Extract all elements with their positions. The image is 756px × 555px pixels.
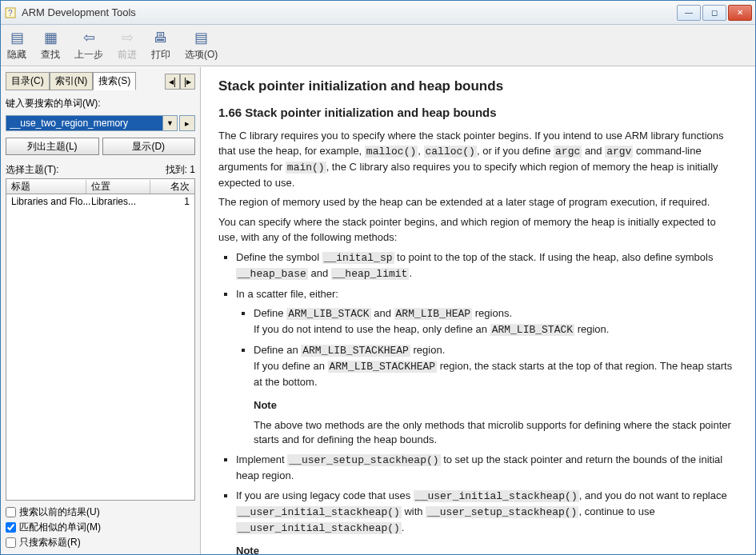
row-location: Libraries... (91, 196, 155, 207)
search-options: 搜索以前的结果(U) 匹配相似的单词(M) 只搜索标题(R) (6, 505, 195, 549)
back-button[interactable]: ⇦ 上一步 (74, 29, 103, 62)
check-prev-results[interactable]: 搜索以前的结果(U) (6, 505, 195, 519)
methods-list: Define the symbol __inital_sp to point t… (236, 250, 738, 554)
find-button[interactable]: ▦ 查找 (41, 29, 60, 62)
list-item[interactable]: Libraries and Flo... Libraries... 1 (6, 194, 194, 209)
code-heap-limit: __heap_limit (331, 268, 410, 280)
sidebar-tabs: 目录(C) 索引(N) 搜索(S) ◂| |▸ (6, 72, 195, 90)
svg-text:?: ? (8, 9, 13, 18)
check-titles-input[interactable] (6, 537, 16, 548)
tab-scroll-right[interactable]: |▸ (180, 74, 195, 90)
note-heading: Note (236, 544, 738, 554)
methods-intro-paragraph: You can specify where the stack pointer … (218, 215, 738, 246)
sidebar: 目录(C) 索引(N) 搜索(S) ◂| |▸ 键入要搜索的单词(W): ▼ ▸… (1, 67, 201, 554)
code-user-setup-stackheap: __user_setup_stackheap() (287, 454, 440, 466)
code-argv: argv (605, 146, 633, 158)
titlebar: ? ARM Development Tools — ◻ ✕ (1, 1, 755, 25)
list-item: If you are using legacy code that uses _… (236, 489, 738, 554)
list-topics-button[interactable]: 列出主题(L) (6, 138, 99, 155)
results-list[interactable]: Libraries and Flo... Libraries... 1 (6, 194, 195, 501)
code-user-initial-stackheap: __user_initial_stackheap() (414, 490, 579, 502)
section-heading: 1.66 Stack pointer initialization and he… (218, 106, 738, 119)
search-dropdown-button[interactable]: ▼ (163, 115, 178, 131)
list-item: Define an ARM_LIB_STACKHEAP region. If y… (254, 343, 738, 448)
row-title: Libraries and Flo... (11, 196, 91, 207)
code-malloc: malloc() (365, 146, 418, 158)
body: 目录(C) 索引(N) 搜索(S) ◂| |▸ 键入要搜索的单词(W): ▼ ▸… (1, 66, 755, 554)
hide-icon: ▤ (8, 29, 26, 46)
page-title: Stack pointer initialization and heap bo… (218, 78, 738, 94)
maximize-button[interactable]: ◻ (702, 5, 726, 21)
select-topic-label: 选择主题(T): (6, 163, 59, 177)
window-controls: — ◻ ✕ (677, 5, 752, 21)
tab-search[interactable]: 搜索(S) (93, 72, 136, 90)
tab-index[interactable]: 索引(N) (50, 72, 94, 90)
code-argc: argc (554, 146, 582, 158)
code-heap-base: __heap_base (236, 268, 308, 280)
row-rank: 1 (155, 196, 190, 207)
find-label: 查找 (41, 48, 60, 62)
list-item: Define ARM_LIB_STACK and ARM_LIB_HEAP re… (254, 306, 738, 338)
code-arm-lib-stack-2: ARM_LIB_STACK (490, 324, 574, 336)
search-label: 键入要搜索的单词(W): (6, 97, 195, 110)
print-label: 打印 (151, 48, 170, 62)
check-prev-input[interactable] (6, 507, 16, 517)
forward-button[interactable]: ⇨ 前进 (118, 29, 137, 62)
options-icon: ▤ (193, 29, 210, 46)
help-icon: ? (4, 6, 17, 19)
app-window: ? ARM Development Tools — ◻ ✕ ▤ 隐藏 ▦ 查找 … (0, 0, 756, 555)
code-user-initial-stackheap-2: __user_initial_stackheap() (236, 506, 402, 518)
find-icon: ▦ (42, 29, 59, 46)
note-text: The above two methods are the only metho… (254, 418, 738, 449)
check-similar-input[interactable] (6, 522, 16, 533)
search-go-button[interactable]: ▸ (179, 115, 195, 131)
code-arm-lib-heap: ARM_LIB_HEAP (394, 308, 473, 320)
toolbar: ▤ 隐藏 ▦ 查找 ⇦ 上一步 ⇨ 前进 🖶 打印 ▤ 选项(O) (1, 25, 755, 66)
code-arm-lib-stack: ARM_LIB_STACK (286, 308, 370, 320)
back-icon: ⇦ (80, 29, 98, 46)
code-arm-lib-stackheap-2: ARM_LIB_STACKHEAP (328, 361, 438, 373)
hide-label: 隐藏 (7, 48, 26, 62)
note-heading: Note (254, 398, 738, 413)
col-title[interactable]: 标题 (6, 180, 86, 194)
hide-button[interactable]: ▤ 隐藏 (7, 29, 26, 62)
list-item: Implement __user_setup_stackheap() to se… (236, 453, 738, 484)
list-item: Define the symbol __inital_sp to point t… (236, 250, 738, 282)
col-rank[interactable]: 名次 (166, 180, 194, 194)
display-button[interactable]: 显示(D) (102, 138, 196, 155)
list-item: In a scatter file, either: Define ARM_LI… (236, 287, 738, 449)
forward-icon: ⇨ (118, 29, 136, 46)
code-inital-sp: __inital_sp (322, 252, 394, 264)
check-titles-only[interactable]: 只搜索标题(R) (6, 536, 195, 549)
check-similar-words[interactable]: 匹配相似的单词(M) (6, 521, 195, 534)
search-input[interactable] (6, 115, 163, 131)
close-button[interactable]: ✕ (728, 5, 752, 21)
back-label: 上一步 (74, 48, 103, 62)
window-title: ARM Development Tools (22, 6, 677, 18)
heap-extend-paragraph: The region of memory used by the heap ca… (218, 195, 738, 210)
found-count-label: 找到: 1 (166, 163, 195, 177)
tab-scroll-left[interactable]: ◂| (165, 74, 180, 90)
forward-label: 前进 (118, 48, 137, 62)
options-label: 选项(O) (185, 48, 218, 62)
code-user-initial-stackheap-3: __user_initial_stackheap() (236, 522, 402, 534)
options-button[interactable]: ▤ 选项(O) (185, 29, 218, 62)
print-button[interactable]: 🖶 打印 (151, 29, 170, 62)
content-pane[interactable]: Stack pointer initialization and heap bo… (201, 67, 755, 554)
print-icon: 🖶 (152, 29, 170, 46)
tab-contents[interactable]: 目录(C) (6, 72, 50, 90)
minimize-button[interactable]: — (677, 5, 701, 21)
code-main: main() (286, 162, 326, 174)
code-calloc: calloc() (424, 146, 477, 158)
col-location[interactable]: 位置 (86, 180, 150, 194)
intro-paragraph: The C library requires you to specify wh… (218, 129, 738, 190)
code-arm-lib-stackheap: ARM_LIB_STACKHEAP (301, 345, 410, 357)
results-header: 标题 位置 名次 (6, 178, 195, 194)
code-user-setup-stackheap-2: __user_setup_stackheap() (426, 506, 578, 518)
